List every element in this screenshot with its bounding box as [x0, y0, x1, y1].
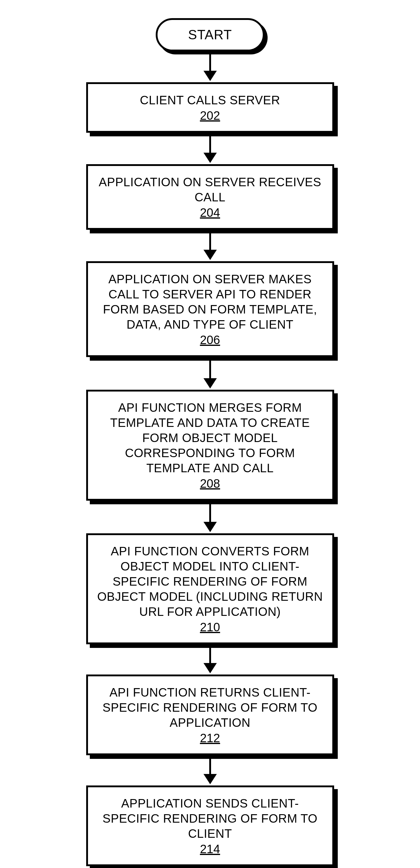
terminator-start: START [156, 18, 265, 52]
arrow-head [204, 153, 217, 163]
step-ref: 206 [200, 333, 220, 347]
arrow-icon [204, 756, 217, 784]
step-text: APPLICATION ON SERVER RECEIVES CALL [97, 175, 323, 205]
node-body: START [156, 18, 265, 52]
process-step-204: APPLICATION ON SERVER RECEIVES CALL 204 [86, 164, 334, 230]
step-ref: 202 [200, 109, 220, 122]
node-body: API FUNCTION CONVERTS FORM OBJECT MODEL … [86, 533, 334, 644]
step-ref: 210 [200, 620, 220, 634]
step-text: API FUNCTION MERGES FORM TEMPLATE AND DA… [97, 400, 323, 475]
terminator-label: START [188, 27, 232, 42]
page: START CLIENT CALLS SERVER 202 APPLICATIO… [0, 0, 420, 868]
step-text: API FUNCTION CONVERTS FORM OBJECT MODEL … [97, 544, 323, 619]
arrow-shaft [209, 756, 211, 774]
step-ref: 204 [200, 206, 220, 219]
arrow-shaft [209, 502, 211, 522]
arrow-shaft [209, 231, 211, 250]
node-body: CLIENT CALLS SERVER 202 [86, 82, 334, 133]
arrow-icon [204, 358, 217, 389]
flowchart: START CLIENT CALLS SERVER 202 APPLICATIO… [86, 18, 334, 868]
arrow-shaft [209, 646, 211, 663]
arrow-head [204, 774, 217, 784]
node-body: APPLICATION ON SERVER RECEIVES CALL 204 [86, 164, 334, 230]
arrow-shaft [209, 134, 211, 153]
process-step-210: API FUNCTION CONVERTS FORM OBJECT MODEL … [86, 533, 334, 644]
step-ref: 212 [200, 731, 220, 745]
arrow-head [204, 378, 217, 389]
arrow-head [204, 522, 217, 532]
process-step-212: API FUNCTION RETURNS CLIENT-SPECIFIC REN… [86, 675, 334, 755]
arrow-icon [204, 502, 217, 532]
arrow-shaft [209, 358, 211, 378]
node-body: APPLICATION SENDS CLIENT-SPECIFIC RENDER… [86, 785, 334, 866]
arrow-icon [204, 231, 217, 260]
arrow-head [204, 663, 217, 673]
step-text: CLIENT CALLS SERVER [140, 93, 280, 107]
arrow-head [204, 250, 217, 260]
process-step-206: APPLICATION ON SERVER MAKES CALL TO SERV… [86, 261, 334, 357]
arrow-icon [204, 134, 217, 163]
step-ref: 208 [200, 477, 220, 490]
node-body: API FUNCTION MERGES FORM TEMPLATE AND DA… [86, 390, 334, 501]
arrow-head [204, 71, 217, 81]
arrow-shaft [209, 53, 211, 71]
process-step-214: APPLICATION SENDS CLIENT-SPECIFIC RENDER… [86, 785, 334, 866]
arrow-icon [204, 646, 217, 673]
arrow-icon [204, 53, 217, 81]
node-body: APPLICATION ON SERVER MAKES CALL TO SERV… [86, 261, 334, 357]
step-text: APPLICATION ON SERVER MAKES CALL TO SERV… [97, 272, 323, 332]
step-ref: 214 [200, 842, 220, 856]
process-step-208: API FUNCTION MERGES FORM TEMPLATE AND DA… [86, 390, 334, 501]
step-text: APPLICATION SENDS CLIENT-SPECIFIC RENDER… [97, 796, 323, 841]
step-text: API FUNCTION RETURNS CLIENT-SPECIFIC REN… [97, 685, 323, 730]
node-body: API FUNCTION RETURNS CLIENT-SPECIFIC REN… [86, 675, 334, 755]
process-step-202: CLIENT CALLS SERVER 202 [86, 82, 334, 133]
